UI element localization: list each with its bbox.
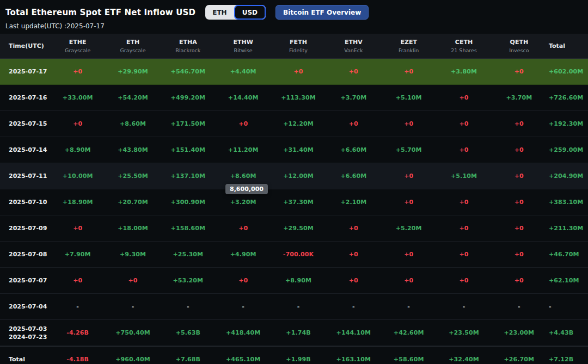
cell-eth[interactable]: +960.40M <box>105 356 160 363</box>
cell-feth[interactable]: +113.30M <box>271 94 326 101</box>
cell-eth[interactable]: +750.40M <box>105 329 160 336</box>
cell-etha[interactable]: +171.50M <box>161 120 216 127</box>
cell-qeth[interactable]: +3.70M <box>492 94 547 101</box>
cell-etha[interactable]: +137.10M <box>161 172 216 180</box>
cell-total[interactable]: +602.00M <box>547 68 588 75</box>
cell-total[interactable]: +211.30M <box>547 225 588 232</box>
cell-eth[interactable]: +29.90M <box>105 68 160 75</box>
table-row[interactable]: 2025-07-15+0+8.60M+171.50M+0+12.20M+0+0+… <box>0 111 588 137</box>
bitcoin-etf-overview-button[interactable]: Bitcoin ETF Overview <box>275 5 369 20</box>
cell-total[interactable]: +4.43B <box>547 329 588 336</box>
cell-total[interactable]: +383.10M <box>547 199 588 206</box>
toggle-usd-button[interactable]: USD <box>234 5 266 20</box>
cell-feth[interactable]: +37.30M <box>271 199 326 206</box>
cell-ezet[interactable]: +0 <box>381 277 436 284</box>
cell-qeth[interactable]: +0 <box>492 68 547 75</box>
cell-ethe[interactable]: +0 <box>50 225 105 232</box>
cell-ethv[interactable]: +0 <box>326 277 381 284</box>
cell-qeth[interactable]: +0 <box>492 199 547 206</box>
cell-qeth[interactable]: +0 <box>492 251 547 258</box>
cell-eth[interactable]: +0 <box>105 277 160 284</box>
cell-ethe[interactable]: +8.90M <box>50 146 105 153</box>
cell-feth[interactable]: +8.90M <box>271 277 326 284</box>
cell-eth[interactable]: +20.70M <box>105 199 160 206</box>
table-row[interactable]: 2025-07-07+0+0+53.20M+0+8.90M+0+0+0+0+62… <box>0 268 588 294</box>
cell-ezet[interactable]: +0 <box>381 172 436 180</box>
cell-ethw[interactable]: +14.40M <box>216 94 271 101</box>
cell-ezet[interactable]: +0 <box>381 120 436 127</box>
cell-eth[interactable]: +25.50M <box>105 172 160 180</box>
cell-eth[interactable]: +43.80M <box>105 146 160 153</box>
cell-ethw[interactable]: +0 <box>216 277 271 284</box>
table-row[interactable]: 2025-07-032024-07-23-4.26B+750.40M+5.63B… <box>0 320 588 346</box>
cell-eth[interactable]: +18.00M <box>105 225 160 232</box>
cell-ethe[interactable]: +33.00M <box>50 94 105 101</box>
table-row[interactable]: 2025-07-10+18.90M+20.70M+300.90M+3.20M+3… <box>0 189 588 215</box>
cell-ethe[interactable]: -4.26B <box>50 329 105 336</box>
cell-etha[interactable]: +499.20M <box>161 94 216 101</box>
cell-ethw[interactable]: +4.40M <box>216 68 271 75</box>
cell-ceth[interactable]: +0 <box>436 251 491 258</box>
cell-ezet[interactable]: +5.10M <box>381 94 436 101</box>
cell-ezet[interactable]: +0 <box>381 251 436 258</box>
table-row[interactable]: 2025-07-11+10.00M+25.50M+137.10M+8.60M+1… <box>0 163 588 189</box>
cell-ethv[interactable]: +0 <box>326 120 381 127</box>
cell-feth[interactable]: +31.40M <box>271 146 326 153</box>
cell-feth[interactable]: +29.50M <box>271 225 326 232</box>
cell-ethv[interactable]: +6.60M <box>326 146 381 153</box>
cell-ethv[interactable]: +0 <box>326 251 381 258</box>
cell-ethe[interactable]: -4.18B <box>50 356 105 363</box>
cell-ethv[interactable]: - <box>326 303 381 310</box>
cell-ethw[interactable]: +3.20M <box>216 199 271 206</box>
cell-ezet[interactable]: +5.20M <box>381 225 436 232</box>
cell-feth[interactable]: -700.00K <box>271 251 326 258</box>
cell-etha[interactable]: +158.60M <box>161 225 216 232</box>
table-row[interactable]: 2025-07-04---------- <box>0 294 588 320</box>
cell-eth[interactable]: +9.30M <box>105 251 160 258</box>
cell-feth[interactable]: - <box>271 303 326 310</box>
cell-ezet[interactable]: - <box>381 303 436 310</box>
cell-ceth[interactable]: +0 <box>436 225 491 232</box>
cell-qeth[interactable]: +23.00M <box>492 329 547 336</box>
cell-ethe[interactable]: +0 <box>50 68 105 75</box>
cell-ceth[interactable]: +0 <box>436 146 491 153</box>
cell-eth[interactable]: - <box>105 303 160 310</box>
cell-ethv[interactable]: +0 <box>326 68 381 75</box>
cell-ceth[interactable]: +0 <box>436 94 491 101</box>
cell-total[interactable]: +259.00M <box>547 146 588 153</box>
cell-total[interactable]: - <box>547 303 588 310</box>
cell-ezet[interactable]: +0 <box>381 68 436 75</box>
cell-ethv[interactable]: +3.70M <box>326 94 381 101</box>
cell-ethv[interactable]: +2.10M <box>326 199 381 206</box>
cell-qeth[interactable]: +0 <box>492 120 547 127</box>
cell-ezet[interactable]: +5.70M <box>381 146 436 153</box>
cell-feth[interactable]: +12.00M <box>271 172 326 180</box>
cell-feth[interactable]: +12.20M <box>271 120 326 127</box>
cell-etha[interactable]: - <box>161 303 216 310</box>
cell-total[interactable]: +62.10M <box>547 277 588 284</box>
cell-ethe[interactable]: +0 <box>50 277 105 284</box>
cell-ethw[interactable]: +0 <box>216 225 271 232</box>
cell-ceth[interactable]: - <box>436 303 491 310</box>
cell-ethv[interactable]: +163.10M <box>326 356 381 363</box>
toggle-eth-button[interactable]: ETH <box>205 5 234 20</box>
cell-ceth[interactable]: +5.10M <box>436 172 491 180</box>
table-row-total[interactable]: Total-4.18B+960.40M+7.68B+465.10M+1.99B+… <box>0 346 588 364</box>
cell-ethv[interactable]: +0 <box>326 225 381 232</box>
cell-etha[interactable]: +7.68B <box>161 356 216 363</box>
table-row[interactable]: 2025-07-14+8.90M+43.80M+151.40M+11.20M+3… <box>0 137 588 163</box>
cell-total[interactable]: +726.60M <box>547 94 588 101</box>
cell-ethe[interactable]: +7.90M <box>50 251 105 258</box>
cell-qeth[interactable]: +0 <box>492 146 547 153</box>
cell-ethw[interactable]: +8.60M <box>216 172 271 180</box>
cell-ceth[interactable]: +3.80M <box>436 68 491 75</box>
cell-etha[interactable]: +546.70M <box>161 68 216 75</box>
cell-ezet[interactable]: +58.60M <box>381 356 436 363</box>
cell-total[interactable]: +204.90M <box>547 172 588 180</box>
table-row[interactable]: 2025-07-09+0+18.00M+158.60M+0+29.50M+0+5… <box>0 215 588 242</box>
cell-feth[interactable]: +0 <box>271 68 326 75</box>
cell-ethe[interactable]: +10.00M <box>50 172 105 180</box>
cell-ezet[interactable]: +42.60M <box>381 329 436 336</box>
cell-ethw[interactable]: +4.90M <box>216 251 271 258</box>
cell-etha[interactable]: +5.63B <box>161 329 216 336</box>
